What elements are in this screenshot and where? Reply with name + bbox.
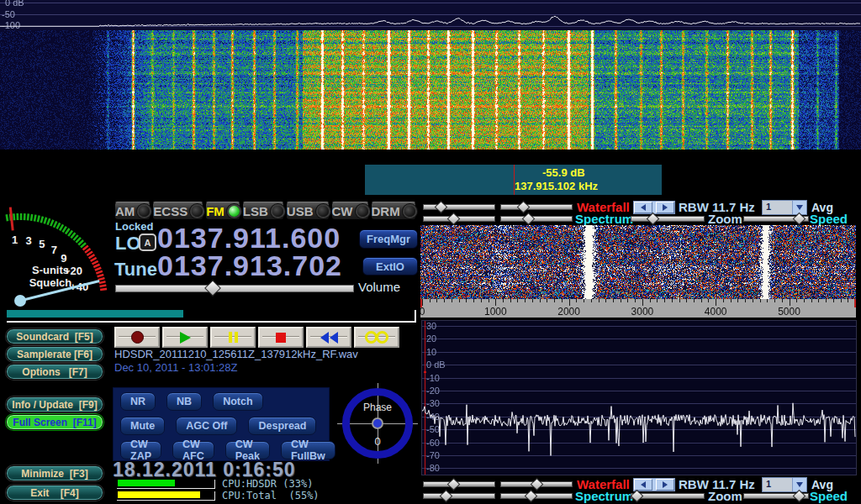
left-button-info-update-f9-[interactable]: Info / Update [F9]: [6, 396, 103, 412]
left-button-samplerate-f6-[interactable]: Samplerate [F6]: [6, 346, 103, 362]
wav-filename: HDSDR_20111210_125611Z_137912kHz_RF.wav: [114, 348, 358, 360]
mode-button-fm[interactable]: FM: [205, 202, 240, 220]
cpu-total-text: CPU:Total (55%): [222, 490, 320, 501]
wf-brightness-slider-bottom[interactable]: [500, 479, 573, 489]
squelch-needle-pivot[interactable]: [14, 295, 26, 307]
band-scrollbar-top[interactable]: [633, 201, 675, 214]
dsp-button-mute[interactable]: Mute: [120, 417, 165, 435]
pause-button[interactable]: [210, 327, 256, 348]
mode-button-ecss[interactable]: ECSS: [152, 202, 203, 220]
smeter-scale-label: 1: [12, 234, 18, 246]
dsp-button-cw-peak[interactable]: CW Peak: [225, 441, 270, 459]
af-frequency-axis[interactable]: [420, 299, 856, 318]
mode-label: USB: [287, 204, 314, 218]
stop-button[interactable]: [258, 327, 304, 348]
scroll-right-icon[interactable]: [656, 202, 674, 213]
mode-led-icon: [318, 206, 329, 217]
af-spectrum-display[interactable]: [421, 320, 857, 475]
rf-spectrum-display[interactable]: [0, 0, 861, 30]
phase-label: Phase: [363, 402, 392, 413]
auto-lo-button[interactable]: A: [139, 234, 156, 251]
scroll-left-icon[interactable]: [634, 202, 652, 213]
sp-contrast-slider-bottom-thumb[interactable]: [440, 490, 453, 503]
sp-brightness-slider-bottom[interactable]: [500, 491, 573, 501]
mode-led-icon: [357, 206, 368, 217]
speed-slider-bottom[interactable]: [743, 491, 809, 501]
wf-contrast-slider-bottom-thumb[interactable]: [447, 478, 461, 491]
mode-button-row: AMECSSFMLSBUSBCWDRM: [114, 202, 414, 220]
zoom-slider-top-thumb[interactable]: [647, 213, 660, 226]
cursor-frequency-readout: 137.915.102 kHz: [515, 180, 598, 192]
speed-slider-top-thumb[interactable]: [793, 213, 806, 226]
smeter-scale-label: 5: [39, 238, 45, 250]
smeter-caption: S-units: [32, 264, 69, 276]
band-scrollbar-bottom[interactable]: [633, 478, 675, 491]
speed-slider-bottom-thumb[interactable]: [793, 490, 806, 503]
dsp-button-cw-fullbw[interactable]: CW FullBw: [281, 441, 335, 459]
dsp-button-nr[interactable]: NR: [120, 392, 156, 411]
pause-icon: [229, 332, 238, 343]
af-waterfall-display[interactable]: [420, 225, 856, 299]
sp-brightness-slider-bottom-thumb[interactable]: [525, 490, 538, 503]
mode-button-lsb[interactable]: LSB: [242, 202, 284, 220]
avg-value-top: 1: [763, 201, 792, 214]
cpu-hdsdr-bar: [117, 480, 215, 489]
speed-slider-top[interactable]: [743, 213, 809, 223]
phase-indicator[interactable]: Phase 0: [342, 388, 413, 459]
wf-contrast-slider-bottom[interactable]: [423, 479, 495, 489]
dsp-button-agc-off[interactable]: AGC Off: [176, 417, 237, 435]
dsp-button-nb[interactable]: NB: [166, 392, 202, 411]
phase-dot: [373, 419, 382, 428]
zoom-slider-top[interactable]: [631, 213, 705, 223]
loop-button[interactable]: [354, 327, 399, 348]
speed-label-top: Speed: [810, 212, 848, 226]
dsp-button-despread[interactable]: Despread: [248, 417, 316, 435]
tune-frequency-digits[interactable]: 0137.913.702: [157, 249, 342, 282]
mode-button-cw[interactable]: CW: [331, 202, 369, 220]
dsp-button-cw-zap[interactable]: CW ZAP: [120, 441, 161, 459]
mode-led-icon: [229, 206, 240, 217]
cursor-db-readout: -55.9 dB: [542, 166, 585, 179]
mode-button-am[interactable]: AM: [114, 202, 151, 220]
record-button[interactable]: [114, 327, 160, 348]
left-button-full-screen-f11-[interactable]: Full Screen [F11]: [6, 414, 103, 430]
play-button[interactable]: [162, 327, 208, 348]
rewind-icon: [320, 332, 338, 344]
mode-label: ECSS: [153, 204, 188, 218]
zoom-slider-bottom[interactable]: [631, 491, 705, 501]
mode-button-usb[interactable]: USB: [286, 202, 330, 220]
sp-contrast-slider-bottom[interactable]: [423, 491, 495, 501]
record-icon: [131, 331, 144, 344]
mode-button-drm[interactable]: DRM: [371, 202, 416, 220]
sp-brightness-slider-top[interactable]: [500, 213, 573, 223]
wf-contrast-slider-top[interactable]: [423, 202, 495, 212]
squelch-level-bar[interactable]: [7, 310, 416, 323]
locked-label: Locked: [115, 220, 154, 233]
sp-brightness-slider-top-track: [500, 216, 573, 222]
left-button-minimize-f3-[interactable]: Minimize [F3]: [6, 465, 103, 481]
dsp-button-cw-afc[interactable]: CW AFC: [172, 441, 214, 459]
freqmgr-button[interactable]: FreqMgr: [359, 229, 418, 249]
volume-slider-thumb[interactable]: [204, 280, 221, 297]
dsp-panel: NRNBNotchMuteAGC OffDespreadCW ZAPCW AFC…: [113, 387, 330, 461]
left-button-options-f7-[interactable]: Options [F7]: [6, 364, 103, 380]
volume-slider[interactable]: [115, 282, 354, 292]
sp-contrast-slider-top-thumb[interactable]: [447, 213, 461, 226]
wf-brightness-slider-top[interactable]: [500, 202, 573, 212]
mode-label: DRM: [372, 204, 400, 218]
left-button-soundcard-f5-[interactable]: Soundcard [F5]: [6, 328, 103, 344]
dsp-button-notch[interactable]: Notch: [213, 392, 262, 411]
rewind-button[interactable]: [306, 327, 351, 348]
scroll-right-icon[interactable]: [656, 479, 674, 491]
wf-contrast-slider-top-thumb[interactable]: [435, 201, 448, 214]
left-button-exit-f4-[interactable]: Exit [F4]: [6, 485, 103, 501]
smeter-scale-label: 3: [25, 234, 31, 247]
wf-brightness-slider-bottom-thumb[interactable]: [531, 478, 544, 491]
sp-contrast-slider-top[interactable]: [423, 213, 495, 223]
s-meter-gauge[interactable]: 13579+20+40S-unitsSquelch: [0, 198, 109, 309]
tune-label: Tune: [114, 259, 157, 281]
zoom-slider-bottom-thumb[interactable]: [631, 490, 644, 503]
extio-button[interactable]: ExtIO: [362, 257, 418, 276]
sp-contrast-slider-bottom-track: [423, 493, 495, 499]
sp-brightness-slider-top-thumb[interactable]: [522, 213, 536, 226]
